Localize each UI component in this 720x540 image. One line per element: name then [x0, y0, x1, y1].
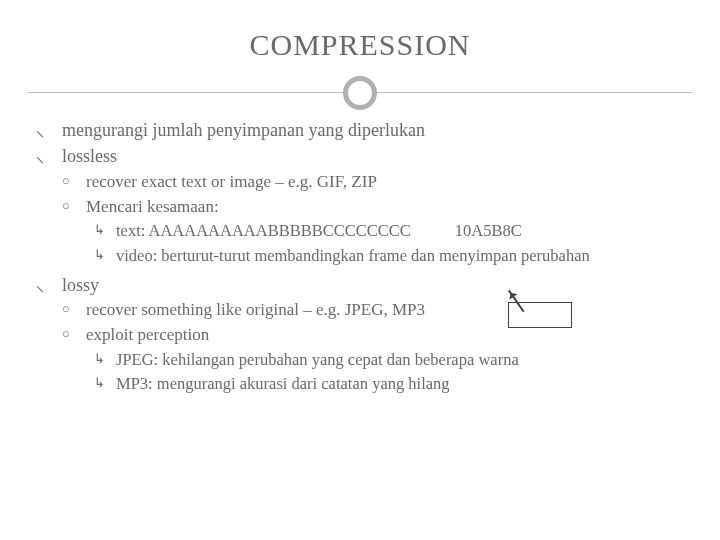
arrow-return-icon: ↳ — [94, 220, 116, 242]
bullet-text: lossy — [62, 273, 99, 297]
bullet-level3: ↳ video: berturut-turut membandingkan fr… — [94, 245, 684, 267]
bullet-icon: ○ — [62, 324, 86, 347]
bullet-text: text: AAAAAAAAAABBBBBCCCCCCCC10A5B8C — [116, 220, 522, 242]
bullet-level1: ⸜ mengurangi jumlah penyimpanan yang dip… — [36, 118, 684, 142]
bullet-text: video: berturut-turut membandingkan fram… — [116, 245, 590, 267]
bullet-text: recover something like original – e.g. J… — [86, 299, 425, 322]
divider-circle-icon — [343, 76, 377, 110]
bullet-level3: ↳ JPEG: kehilangan perubahan yang cepat … — [94, 349, 684, 371]
bullet-text: recover exact text or image – e.g. GIF, … — [86, 171, 377, 194]
bullet-text: exploit perception — [86, 324, 209, 347]
bullet-icon: ⸜ — [36, 118, 62, 142]
bullet-level3: ↳ MP3: mengurangi akurasi dari catatan y… — [94, 373, 684, 395]
code-text-raw: text: AAAAAAAAAABBBBBCCCCCCCC — [116, 221, 411, 240]
bullet-icon: ○ — [62, 299, 86, 322]
bullet-icon: ⸜ — [36, 273, 62, 297]
bullet-icon: ○ — [62, 171, 86, 194]
bullet-icon: ○ — [62, 196, 86, 219]
slide-title: COMPRESSION — [0, 0, 720, 62]
title-divider — [0, 70, 720, 118]
bullet-text: MP3: mengurangi akurasi dari catatan yan… — [116, 373, 450, 395]
bullet-level3: ↳ text: AAAAAAAAAABBBBBCCCCCCCC10A5B8C — [94, 220, 684, 242]
bullet-level2: ○ recover something like original – e.g.… — [62, 299, 684, 322]
bullet-text: mengurangi jumlah penyimpanan yang diper… — [62, 118, 425, 142]
bullet-level2: ○ exploit perception — [62, 324, 684, 347]
bullet-level2: ○ recover exact text or image – e.g. GIF… — [62, 171, 684, 194]
bullet-level1: ⸜ lossless — [36, 144, 684, 168]
bullet-icon: ⸜ — [36, 144, 62, 168]
code-text-encoded: 10A5B8C — [455, 221, 522, 240]
bullet-text: Mencari kesamaan: — [86, 196, 219, 219]
bullet-level1: ⸜ lossy — [36, 273, 684, 297]
bullet-level2: ○ Mencari kesamaan: — [62, 196, 684, 219]
bullet-text: lossless — [62, 144, 117, 168]
arrow-return-icon: ↳ — [94, 349, 116, 371]
arrow-return-icon: ↳ — [94, 245, 116, 267]
arrow-return-icon: ↳ — [94, 373, 116, 395]
slide-content: ⸜ mengurangi jumlah penyimpanan yang dip… — [0, 118, 720, 396]
bullet-text: JPEG: kehilangan perubahan yang cepat da… — [116, 349, 519, 371]
